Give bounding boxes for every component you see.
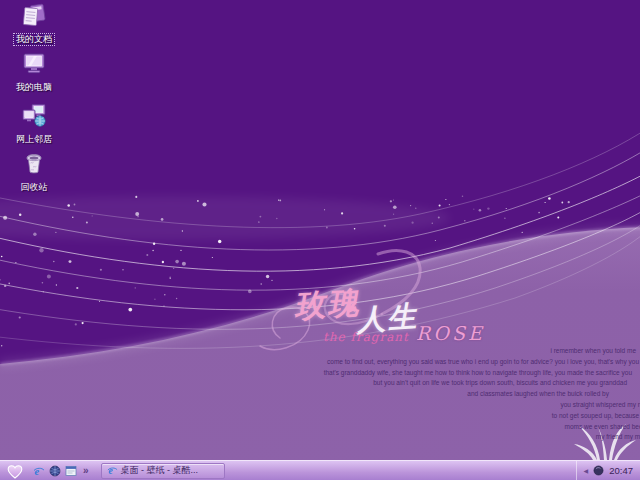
icon-label: 我的文档 <box>13 33 55 46</box>
taskbar: e » e 桌面 - 壁纸 - 桌酷... ◀ <box>0 460 640 480</box>
system-tray: ◀ 20:47 <box>576 461 640 480</box>
window-icon[interactable] <box>65 465 77 477</box>
desktop-icon-recycle-bin[interactable]: 回收站 <box>6 150 62 194</box>
icon-label: 我的电脑 <box>13 81 55 94</box>
internet-explorer-icon: e <box>107 465 118 476</box>
my-documents-icon <box>21 2 47 28</box>
quick-launch-overflow-chevron[interactable]: » <box>83 466 89 476</box>
icon-label: 回收站 <box>18 181 51 194</box>
tray-expand-chevron-icon[interactable]: ◀ <box>584 467 589 474</box>
tray-app-icon[interactable] <box>593 465 604 476</box>
globe-icon[interactable] <box>49 465 61 477</box>
desktop-icon-my-documents[interactable]: 我的文档 <box>6 2 62 46</box>
start-button-heart-icon[interactable] <box>6 463 24 479</box>
taskbar-window-button[interactable]: e 桌面 - 壁纸 - 桌酷... <box>101 463 225 479</box>
svg-text:e: e <box>35 465 40 476</box>
icon-label: 网上邻居 <box>13 133 55 146</box>
internet-explorer-icon[interactable]: e <box>33 465 45 477</box>
recycle-bin-icon <box>21 150 47 176</box>
desktop-icon-my-computer[interactable]: 我的电脑 <box>6 50 62 94</box>
network-places-icon <box>21 102 47 128</box>
taskbar-clock[interactable]: 20:47 <box>609 465 633 476</box>
taskbar-window-title: 桌面 - 壁纸 - 桌酷... <box>121 464 199 477</box>
desktop[interactable]: 玫瑰 人生 the fragrant ROSE i remember when … <box>0 0 640 480</box>
svg-text:e: e <box>108 465 113 476</box>
my-computer-icon <box>21 50 47 76</box>
desktop-icon-network-places[interactable]: 网上邻居 <box>6 102 62 146</box>
quick-launch-bar: e » <box>33 465 89 477</box>
wallpaper-image <box>0 0 640 480</box>
